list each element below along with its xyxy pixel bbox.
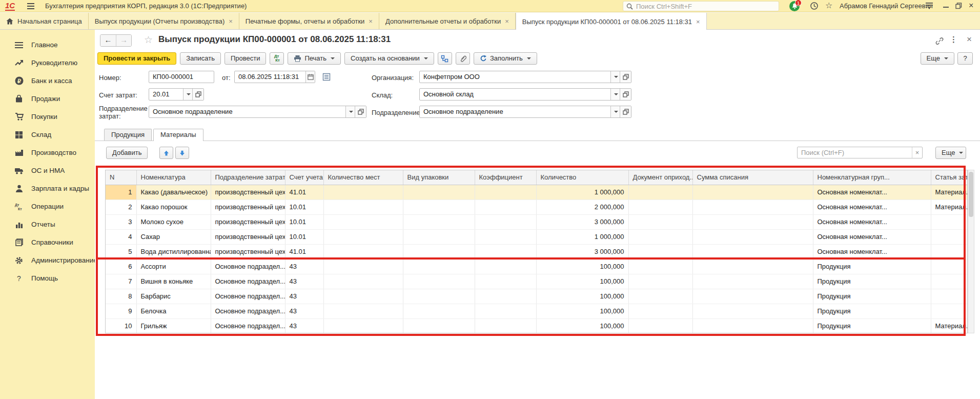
cell-nomenclature[interactable]: Молоко сухое [136,214,211,229]
table-row[interactable]: 4Сахарпроизводственный цех10.011 000,000… [106,229,968,244]
close-tab-icon[interactable]: × [369,18,373,25]
cell-coefficient[interactable] [475,289,536,304]
tab-additional-reports[interactable]: Дополнительные отчеты и обработки × [379,13,516,29]
cell-cost-department[interactable]: Основное подраздел... [211,259,285,274]
cell-receipt-document[interactable] [628,229,692,244]
number-field[interactable]: КП00-000001 [149,71,214,83]
cell-n[interactable]: 5 [106,244,136,259]
cell-package-type[interactable] [403,229,475,244]
cell-package-type[interactable] [403,185,475,200]
grid-search-input[interactable]: Поиск (Ctrl+F) × [797,147,923,158]
column-header-receipt-document[interactable]: Документ оприход... [628,170,692,185]
cell-places[interactable] [323,214,403,229]
tab-production-reports[interactable]: Выпуск продукции (Отчеты производства) × [89,13,239,29]
cell-cost-department[interactable]: производственный цех [211,214,285,229]
move-row-up-button[interactable] [159,147,173,159]
dropdown-icon[interactable] [345,106,355,117]
cell-cost-item[interactable]: Материал... [931,200,968,214]
cell-writeoff-sum[interactable] [692,185,813,200]
cell-account[interactable]: 10.01 [285,229,323,244]
cell-cost-item[interactable]: Материал... [931,185,968,200]
sidebar-item-warehouse[interactable]: Склад [0,126,95,144]
close-document-icon[interactable]: × [967,34,972,45]
tab-print-forms[interactable]: Печатные формы, отчеты и обработки × [239,13,379,29]
column-header-places[interactable]: Количество мест [323,170,403,185]
close-tab-icon[interactable]: × [696,18,700,25]
column-header-cost-department[interactable]: Подразделение затрат [211,170,285,185]
table-scrollbar[interactable] [968,170,974,333]
cell-places[interactable] [323,289,403,304]
cell-cost-item[interactable] [931,259,968,274]
attachments-button[interactable] [456,52,470,65]
cell-cost-item[interactable] [931,229,968,244]
post-button[interactable]: Провести [224,52,267,65]
cell-receipt-document[interactable] [628,289,692,304]
cell-writeoff-sum[interactable] [692,200,813,214]
cell-nomenclature-group[interactable]: Основная номенклат... [813,185,931,200]
cell-places[interactable] [323,318,403,333]
cell-n[interactable]: 10 [106,318,136,333]
cell-quantity[interactable]: 1 000,000 [536,229,628,244]
cell-writeoff-sum[interactable] [692,274,813,289]
cell-nomenclature-group[interactable]: Продукция [813,274,931,289]
column-header-nomenclature[interactable]: Номенклатура [136,170,211,185]
cell-writeoff-sum[interactable] [692,318,813,333]
cell-quantity[interactable]: 100,000 [536,318,628,333]
favorite-star-icon[interactable]: ☆ [144,34,153,46]
cell-cost-department[interactable]: Основное подраздел... [211,274,285,289]
cell-quantity[interactable]: 3 000,000 [536,214,628,229]
cell-receipt-document[interactable] [628,214,692,229]
fill-button[interactable]: Заполнить [474,52,537,65]
department-field[interactable]: Основное подразделение [419,106,631,118]
column-header-package-type[interactable]: Вид упаковки [403,170,475,185]
cell-quantity[interactable]: 100,000 [536,274,628,289]
cell-quantity[interactable]: 3 000,000 [536,244,628,259]
cell-quantity[interactable]: 1 000,000 [536,185,628,200]
cell-nomenclature[interactable]: Какао порошок [136,200,211,214]
sidebar-item-payroll-hr[interactable]: Зарплата и кадры [0,179,95,197]
sidebar-item-main[interactable]: Главное [0,36,95,54]
cell-receipt-document[interactable] [628,304,692,318]
tab-materials[interactable]: Материалы [153,129,203,141]
cell-cost-item[interactable] [931,304,968,318]
cell-nomenclature[interactable]: Какао (давальческое) [136,185,211,200]
cell-coefficient[interactable] [475,304,536,318]
post-and-close-button[interactable]: Провести и закрыть [97,52,176,65]
tab-product-release-document[interactable]: Выпуск продукции КП00-000001 от 08.06.20… [516,13,707,30]
table-row[interactable]: 9БелочкаОсновное подраздел...43100,000Пр… [106,304,968,318]
open-link-icon[interactable] [355,106,366,117]
dropdown-icon[interactable] [610,89,620,100]
cell-coefficient[interactable] [475,200,536,214]
get-link-icon[interactable] [935,36,944,46]
table-row[interactable]: 6АссортиОсновное подраздел...43100,000Пр… [106,259,968,274]
cell-nomenclature-group[interactable]: Основная номенклат... [813,214,931,229]
close-window-icon[interactable]: × [969,1,973,11]
cell-writeoff-sum[interactable] [692,244,813,259]
cell-cost-item[interactable] [931,214,968,229]
cell-n[interactable]: 4 [106,229,136,244]
forward-button[interactable]: → [116,35,131,46]
cell-nomenclature-group[interactable]: Основная номенклат... [813,244,931,259]
dropdown-icon[interactable] [183,89,192,100]
tab-home[interactable]: Начальная страница [0,13,89,29]
cell-nomenclature-group[interactable]: Продукция [813,259,931,274]
cell-receipt-document[interactable] [628,318,692,333]
organization-field[interactable]: Конфетпром ООО [419,71,631,83]
cell-coefficient[interactable] [475,214,536,229]
cell-quantity[interactable]: 100,000 [536,259,628,274]
cell-writeoff-sum[interactable] [692,304,813,318]
cell-n[interactable]: 8 [106,289,136,304]
close-tab-icon[interactable]: × [505,18,509,25]
cell-places[interactable] [323,185,403,200]
cell-n[interactable]: 6 [106,259,136,274]
cell-places[interactable] [323,304,403,318]
cell-places[interactable] [323,244,403,259]
cell-nomenclature[interactable]: Вишня в коньяке [136,274,211,289]
cell-receipt-document[interactable] [628,259,692,274]
cost-department-field[interactable]: Основное подразделение [149,106,366,118]
move-row-down-button[interactable] [175,147,189,159]
sidebar-item-fixed-assets[interactable]: ОС и НМА [0,162,95,179]
cell-cost-department[interactable]: Основное подраздел... [211,318,285,333]
cell-nomenclature[interactable]: Барбарис [136,289,211,304]
sidebar-item-catalogs[interactable]: Справочники [0,233,95,251]
